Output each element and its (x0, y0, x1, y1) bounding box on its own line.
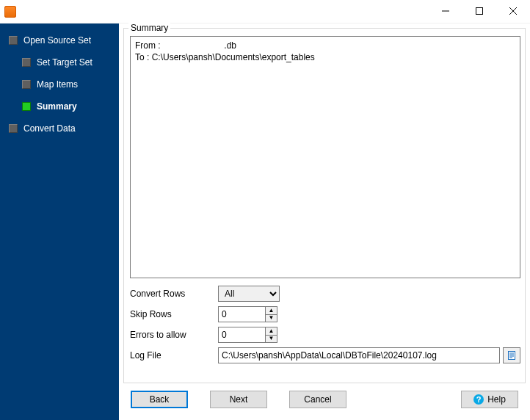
convert-rows-label: Convert Rows (130, 289, 218, 299)
step-indicator-icon (22, 80, 31, 89)
convert-rows-select[interactable]: All (218, 286, 280, 302)
svg-rect-1 (509, 352, 515, 360)
convert-rows-row: Convert Rows All (130, 286, 520, 302)
title-bar (0, 0, 530, 23)
errors-allow-spinner: ▲ ▼ (265, 327, 277, 343)
help-button[interactable]: ? Help (461, 391, 518, 408)
errors-allow-row: Errors to allow ▲ ▼ (130, 327, 520, 343)
svg-rect-0 (476, 8, 483, 15)
from-prefix: From : (135, 40, 163, 51)
from-value: .db (224, 40, 236, 51)
minimize-button[interactable] (429, 0, 462, 22)
errors-allow-up-button[interactable]: ▲ (266, 327, 277, 335)
step-label: Set Target Set (37, 57, 92, 68)
next-button-label: Next (230, 394, 248, 405)
log-file-browse-button[interactable] (503, 347, 520, 363)
help-icon: ? (473, 394, 484, 405)
maximize-button[interactable] (462, 0, 496, 22)
cancel-button-label: Cancel (304, 394, 331, 405)
skip-rows-label: Skip Rows (130, 309, 218, 319)
help-button-label: Help (487, 394, 506, 405)
app-icon (4, 6, 16, 18)
options-form: Convert Rows All Skip Rows ▲ ▼ (130, 286, 520, 363)
skip-rows-row: Skip Rows ▲ ▼ (130, 306, 520, 322)
to-prefix: To : (135, 52, 152, 62)
skip-rows-input[interactable] (218, 306, 265, 322)
skip-rows-spinner: ▲ ▼ (265, 306, 277, 322)
log-file-input[interactable] (218, 347, 500, 363)
log-file-label: Log File (130, 350, 218, 361)
document-icon (507, 350, 517, 361)
to-value: C:\Users\pansh\Documents\export_tables (152, 52, 315, 62)
errors-allow-input[interactable] (218, 327, 265, 343)
step-indicator-icon (22, 102, 31, 111)
summary-text: From : .db To : C:\Users\pansh\Documents… (130, 36, 520, 278)
step-label: Open Source Set (23, 35, 91, 46)
errors-allow-down-button[interactable]: ▼ (266, 335, 277, 343)
wizard-steps-sidebar: Open Source Set Set Target Set Map Items… (0, 23, 119, 420)
skip-rows-down-button[interactable]: ▼ (266, 314, 277, 322)
main-panel: Summary From : .db To : C:\Users\pansh\D… (119, 23, 530, 420)
cancel-button[interactable]: Cancel (289, 391, 346, 408)
step-convert-data[interactable]: Convert Data (0, 117, 119, 140)
step-indicator-icon (22, 58, 31, 67)
step-set-target[interactable]: Set Target Set (0, 51, 119, 73)
step-label: Map Items (37, 79, 78, 90)
next-button[interactable]: Next (210, 391, 267, 408)
step-label: Summary (37, 101, 77, 112)
close-button[interactable] (496, 0, 530, 22)
wizard-buttons: Back Next Cancel ? Help (123, 388, 526, 416)
step-map-items[interactable]: Map Items (0, 73, 119, 95)
step-indicator-icon (9, 124, 18, 133)
step-open-source[interactable]: Open Source Set (0, 29, 119, 51)
summary-legend: Summary (128, 23, 170, 33)
step-label: Convert Data (23, 123, 76, 134)
window-controls (429, 0, 530, 22)
back-button[interactable]: Back (131, 391, 188, 408)
skip-rows-up-button[interactable]: ▲ (266, 307, 277, 314)
log-file-row: Log File (130, 347, 520, 363)
back-button-label: Back (150, 394, 170, 405)
summary-group: Summary From : .db To : C:\Users\pansh\D… (123, 28, 526, 383)
content: Open Source Set Set Target Set Map Items… (0, 23, 530, 420)
step-summary[interactable]: Summary (0, 95, 119, 117)
step-indicator-icon (9, 36, 18, 45)
errors-allow-label: Errors to allow (130, 330, 218, 340)
